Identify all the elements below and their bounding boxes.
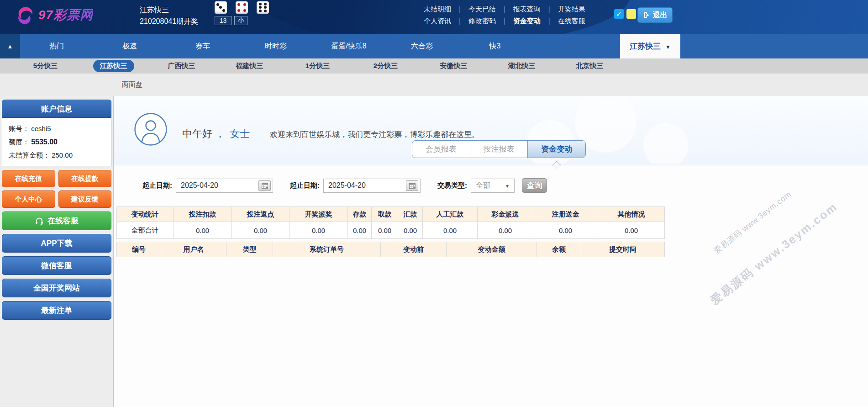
online-service-button[interactable]: 在线客服 <box>2 211 111 230</box>
draw-issue: 210208041期开奖 <box>140 16 198 27</box>
calendar-icon[interactable] <box>406 180 418 191</box>
die-6-icon <box>257 1 269 14</box>
nav-item-kuai3[interactable]: 快3 <box>458 34 531 58</box>
watermark: 爱易源码 www.3eym.com <box>712 189 794 256</box>
tab-fund-changes[interactable]: 资金变动 <box>527 141 585 158</box>
date-from-label: 起止日期: <box>142 181 172 190</box>
draw-result: 13 小 <box>215 1 269 25</box>
link-fund-changes[interactable]: 资金变动 <box>496 15 541 27</box>
query-button[interactable]: 查询 <box>522 178 547 193</box>
link-change-password[interactable]: 修改密码 <box>451 15 496 27</box>
theme-blue-checkbox[interactable]: ✓ <box>614 9 624 19</box>
site-logo[interactable]: 97彩票网 <box>16 5 93 25</box>
die-4-icon <box>236 1 248 14</box>
collapse-arrow-icon[interactable] <box>0 34 20 58</box>
chevron-down-icon <box>505 181 510 190</box>
tab-bet-report[interactable]: 投注报表 <box>470 141 528 158</box>
die-3-icon <box>215 1 227 14</box>
balance-value: 5535.00 <box>31 138 58 146</box>
nav-item-hot[interactable]: 热门 <box>20 34 93 58</box>
link-report-query[interactable]: 报表查询 <box>496 3 541 15</box>
subnav-5min-k3[interactable]: 5分快三 <box>11 60 79 72</box>
link-profile[interactable]: 个人资讯 <box>424 15 451 27</box>
logout-icon <box>643 11 650 19</box>
subnav-1min-k3[interactable]: 1分快三 <box>284 60 352 72</box>
main-panel: 中午好 ， 女士 欢迎来到百世娱乐城，我们更专注彩票，博彩乐趣都在这里。 会员报… <box>114 96 868 407</box>
headset-icon <box>35 217 44 226</box>
tab-caret <box>552 161 561 170</box>
link-unsettled[interactable]: 未结明细 <box>424 3 451 15</box>
national-draw-sites-button[interactable]: 全国开奖网站 <box>2 279 111 297</box>
link-settled-today[interactable]: 今天已结 <box>451 3 496 15</box>
tab-member-report[interactable]: 会员报表 <box>412 141 470 158</box>
subnav-fujian-k3[interactable]: 福建快三 <box>216 60 284 72</box>
wechat-service-button[interactable]: 微信客服 <box>2 256 111 275</box>
welcome-text: 欢迎来到百世娱乐城，我们更专注彩票，博彩乐趣都在这里。 <box>270 129 479 140</box>
link-draw-results[interactable]: 开奖结果 <box>541 3 585 15</box>
chevron-down-icon <box>665 42 671 51</box>
feedback-button[interactable]: 建议反馈 <box>58 190 112 208</box>
avatar <box>134 112 168 148</box>
link-online-service[interactable]: 在线客服 <box>541 15 585 27</box>
balance-row: 额度： 5535.00 <box>9 135 111 148</box>
greeting-user[interactable]: 女士 <box>230 127 250 141</box>
latest-bets-button[interactable]: 最新注单 <box>2 301 111 320</box>
subnav-anhui-k3[interactable]: 安徽快三 <box>420 60 488 72</box>
current-draw-info: 江苏快三 210208041期开奖 <box>140 4 198 27</box>
app-download-button[interactable]: APP下载 <box>2 234 111 253</box>
report-tabs: 会员报表 投注报表 资金变动 <box>412 140 586 158</box>
sub-nav: 5分快三 江苏快三 广西快三 福建快三 1分快三 2分快三 安徽快三 湖北快三 … <box>0 58 868 74</box>
fund-detail-table: 编号 用户名 类型 系统订单号 变动前 变动金额 余额 提交时间 <box>116 242 665 257</box>
account-row: 账号： ceshi5 <box>9 122 111 135</box>
subnav-beijing-k3[interactable]: 北京快三 <box>556 60 624 72</box>
nav-item-racing[interactable]: 赛车 <box>166 34 239 58</box>
subnav-2min-k3[interactable]: 2分快三 <box>352 60 420 72</box>
personal-center-button[interactable]: 个人中心 <box>2 190 55 208</box>
filter-bar: 起止日期: 起止日期: <box>114 178 868 193</box>
mode-bar: 两面盘 <box>0 74 868 96</box>
nav-item-dandan[interactable]: 蛋蛋/快乐8 <box>312 34 385 58</box>
draw-lottery-name: 江苏快三 <box>140 4 198 16</box>
subnav-jiangsu-k3[interactable]: 江苏快三 <box>79 60 147 72</box>
sidebar: 账户信息 账号： ceshi5 额度： 5535.00 未结算金额： 250.0… <box>0 96 114 407</box>
account-info-header: 账户信息 <box>2 100 111 118</box>
theme-yellow-swatch[interactable] <box>626 9 636 19</box>
watermark: 爱易源码 www.3eym.com <box>707 199 841 308</box>
deposit-button[interactable]: 在线充值 <box>2 170 55 187</box>
nav-item-liuhecai[interactable]: 六合彩 <box>385 34 458 58</box>
subnav-guangxi-k3[interactable]: 广西快三 <box>147 60 216 72</box>
withdraw-button[interactable]: 在线提款 <box>58 170 112 187</box>
main-nav: 热门 极速 赛车 时时彩 蛋蛋/快乐8 六合彩 快3 江苏快三 <box>0 34 868 58</box>
logout-label: 退出 <box>653 11 668 20</box>
logout-button[interactable]: 退出 <box>637 7 673 23</box>
transaction-type-label: 交易类型: <box>437 181 467 190</box>
page: 97彩票网 江苏快三 210208041期开奖 <box>0 0 868 407</box>
header-links: 未结明细 今天已结 报表查询 开奖结果 个人资讯 修改密码 资金变动 在线客服 <box>424 3 585 27</box>
summary-header-row: 变动统计 投注扣款 投注返点 开奖派奖 存款 取款 汇款 人工汇款 彩金派送 注… <box>117 207 665 222</box>
detail-header-row: 编号 用户名 类型 系统订单号 变动前 变动金额 余额 提交时间 <box>117 242 665 257</box>
unsettled-value: 250.00 <box>52 151 73 159</box>
subnav-hubei-k3[interactable]: 湖北快三 <box>488 60 556 72</box>
tab-two-sided[interactable]: 两面盘 <box>122 80 142 89</box>
top-header: 97彩票网 江苏快三 210208041期开奖 <box>0 0 868 34</box>
nav-selected-lottery[interactable]: 江苏快三 <box>620 34 680 58</box>
tables-section: 变动统计 投注扣款 投注返点 开奖派奖 存款 取款 汇款 人工汇款 彩金派送 注… <box>116 206 664 257</box>
greeting-text: 中午好 ， <box>182 127 225 141</box>
account-info-panel: 账号： ceshi5 额度： 5535.00 未结算金额： 250.00 <box>2 118 111 166</box>
summary-total-row: 全部合计 0.00 0.00 0.00 0.00 0.00 0.00 0.00 … <box>117 222 665 239</box>
account-value: ceshi5 <box>31 125 51 132</box>
nav-item-ssc[interactable]: 时时彩 <box>239 34 312 58</box>
logo-text: 97彩票网 <box>38 6 93 24</box>
greeting-section: 中午好 ， 女士 欢迎来到百世娱乐城，我们更专注彩票，博彩乐趣都在这里。 会员报… <box>114 96 868 165</box>
unsettled-row: 未结算金额： 250.00 <box>9 148 111 162</box>
transaction-type-select[interactable]: 全部 <box>471 179 515 193</box>
draw-size-badge: 小 <box>234 16 247 25</box>
content: 账户信息 账号： ceshi5 额度： 5535.00 未结算金额： 250.0… <box>0 96 868 407</box>
draw-sum-badge: 13 <box>215 16 231 25</box>
nav-item-speed[interactable]: 极速 <box>93 34 166 58</box>
calendar-icon[interactable] <box>258 180 271 191</box>
logo-swirl-icon <box>16 5 35 25</box>
date-to-label: 起止日期: <box>290 181 320 190</box>
fund-summary-table: 变动统计 投注扣款 投注返点 开奖派奖 存款 取款 汇款 人工汇款 彩金派送 注… <box>116 206 665 239</box>
